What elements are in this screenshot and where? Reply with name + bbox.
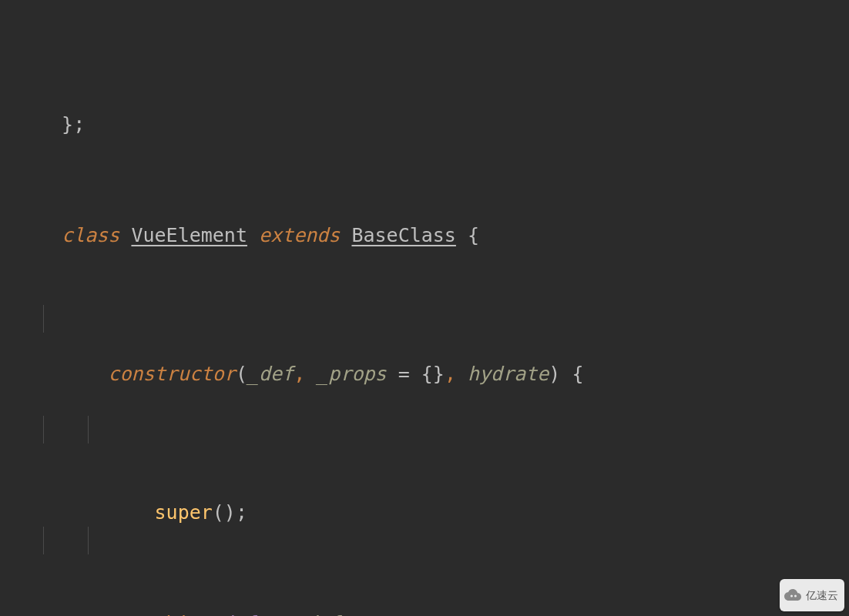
cloud-icon (784, 589, 801, 601)
paren: ) (549, 363, 560, 385)
identifier: _def (294, 612, 340, 616)
param: hydrate (468, 363, 549, 385)
base-class-name: BaseClass (351, 224, 455, 246)
property: _def (213, 612, 259, 616)
code-line[interactable]: }; (0, 83, 849, 111)
equals: = (387, 363, 421, 385)
dot: . (201, 612, 213, 616)
keyword-this: this (155, 612, 201, 616)
keyword-class: class (62, 224, 119, 246)
keyword-constructor: constructor (108, 363, 236, 385)
semicolon: ; (340, 612, 351, 616)
token: }; (62, 113, 85, 136)
code-line[interactable]: this._def = _def; (0, 527, 849, 554)
comma: , (445, 363, 468, 385)
brace: { (560, 363, 583, 385)
class-name: VueElement (131, 224, 247, 246)
watermark: 亿速云 (780, 579, 844, 611)
equals: = (259, 612, 294, 616)
empty-obj: {} (421, 363, 445, 385)
brace: { (456, 224, 479, 246)
keyword-super: super (155, 501, 213, 524)
param: _def (247, 363, 294, 385)
param: _props (317, 363, 386, 385)
call: (); (213, 501, 247, 524)
paren: ( (236, 363, 247, 385)
watermark-text: 亿速云 (806, 581, 838, 609)
code-line[interactable]: constructor(_def, _props = {}, hydrate) … (0, 305, 849, 333)
code-editor[interactable]: }; class VueElement extends BaseClass { … (0, 0, 849, 616)
keyword-extends: extends (259, 224, 340, 246)
code-line[interactable]: class VueElement extends BaseClass { (0, 194, 849, 222)
code-line[interactable]: super(); (0, 416, 849, 444)
comma: , (294, 363, 317, 385)
